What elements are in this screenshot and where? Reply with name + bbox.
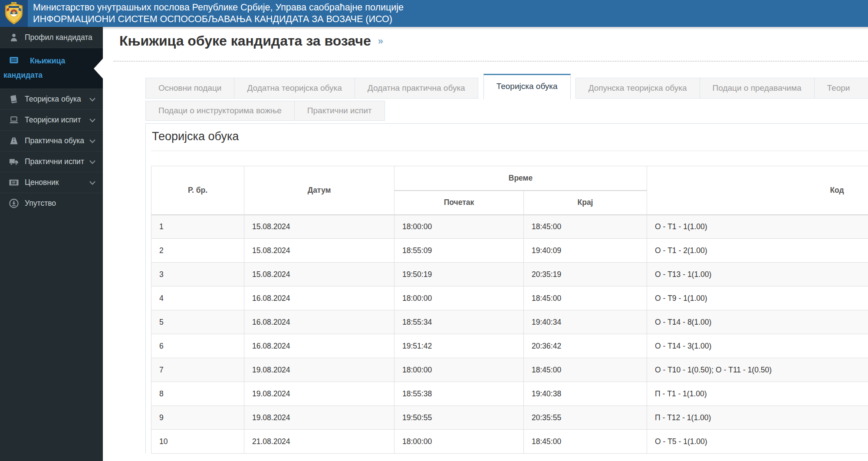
download-icon xyxy=(9,198,19,208)
table-cell: 5 xyxy=(151,310,244,334)
table-body: 115.08.202418:00:0018:45:00О - Т1 - 1(1.… xyxy=(151,215,868,454)
sidebar-menu: Профил кандидата Књижица кандидата Теори… xyxy=(0,27,103,461)
table-cell: 6 xyxy=(151,334,244,358)
table-cell: 15.08.2024 xyxy=(244,239,395,263)
sidebar-item-uputstvo[interactable]: Упутство xyxy=(0,193,103,214)
police-badge-icon xyxy=(4,2,24,25)
title-divider xyxy=(114,61,868,62)
table-cell: 19:50:19 xyxy=(395,263,524,286)
table-cell: 18:55:09 xyxy=(395,239,524,263)
tab-teori-clipped[interactable]: Теори xyxy=(814,78,868,99)
tab-dodatna-teorijska-obuka[interactable]: Додатна теоријска обука xyxy=(234,78,355,99)
table-cell: 1 xyxy=(151,215,244,239)
ministry-logo xyxy=(0,0,28,27)
table-cell: 15.08.2024 xyxy=(244,215,395,239)
sidebar-item-cenovnik[interactable]: 1 Ценовник xyxy=(0,172,103,193)
sidebar-item-profil-kandidata[interactable]: Профил кандидата xyxy=(0,27,103,48)
tab-dopunska-teorijska-obuka[interactable]: Допунска теоријска обука xyxy=(575,78,700,99)
table-cell: О - Т14 - 8(1.00) xyxy=(647,310,868,334)
app-root: { "header": { "line1": "Министарство уну… xyxy=(0,0,868,461)
table-cell: 19:40:38 xyxy=(524,382,647,406)
table-cell: 10 xyxy=(151,430,244,454)
tab-podaci-o-instruktorima-voznje[interactable]: Подаци о инструкторима вожње xyxy=(145,101,295,121)
table-cell: О - Т5 - 1(1.00) xyxy=(647,430,868,454)
table-row: 819.08.202418:55:3819:40:38П - Т1 - 1(1.… xyxy=(151,382,868,406)
sidebar-item-label: Упутство xyxy=(25,199,56,208)
chevron-down-icon xyxy=(89,138,96,144)
list-icon xyxy=(9,55,19,65)
table-cell: 19:51:42 xyxy=(395,334,524,358)
chevron-down-icon xyxy=(89,97,96,102)
table-cell: О - Т10 - 1(0.50); О - Т11 - 1(0.50) xyxy=(647,358,868,382)
tab-prakticni-ispit[interactable]: Практични испит xyxy=(294,101,385,121)
header-title-line1: Министарство унутрашњих послова Републик… xyxy=(33,2,404,13)
table-cell: 8 xyxy=(151,382,244,406)
table-cell: 16.08.2024 xyxy=(244,310,395,334)
book-icon xyxy=(9,94,19,104)
tab-podaci-o-predavacima[interactable]: Подаци о предавачима xyxy=(700,78,815,99)
tab-teorijska-obuka[interactable]: Теоријска обука xyxy=(483,74,571,99)
table-row: 416.08.202418:00:0018:45:00О - Т9 - 1(1.… xyxy=(151,286,868,310)
column-header-rbr: Р. бр. xyxy=(151,166,244,215)
table-cell: 15.08.2024 xyxy=(244,263,395,286)
app-header: Министарство унутрашњих послова Републик… xyxy=(0,0,868,27)
table-cell: 18:45:00 xyxy=(524,430,647,454)
column-header-kod: Код xyxy=(647,166,868,215)
page-title: Књижица обуке кандидата за возаче» xyxy=(119,33,868,49)
tab-osnovni-podaci[interactable]: Основни подаци xyxy=(145,78,234,99)
chevron-down-icon xyxy=(89,118,96,123)
table-cell: 18:00:00 xyxy=(395,358,524,382)
sidebar-item-prakticni-ispit[interactable]: Практични испит xyxy=(0,151,103,172)
table-cell: 18:45:00 xyxy=(524,286,647,310)
header-titles: Министарство унутрашњих послова Републик… xyxy=(28,0,404,27)
table-cell: 18:55:34 xyxy=(395,310,524,334)
table-cell: О - Т13 - 1(1.00) xyxy=(647,263,868,286)
table-cell: П - Т1 - 1(1.00) xyxy=(647,382,868,406)
sidebar-item-label: Ценовник xyxy=(25,178,59,187)
table-cell: П - Т12 - 1(1.00) xyxy=(647,406,868,430)
table-row: 215.08.202418:55:0919:40:09О - Т1 - 2(1.… xyxy=(151,239,868,263)
sidebar-item-teorijski-ispit[interactable]: Теоријски испит xyxy=(0,109,103,130)
panel-heading: Теоријска обука xyxy=(151,130,868,151)
sidebar-item-knjizica-kandidata[interactable]: Књижица кандидата xyxy=(0,48,103,89)
table-row: 1021.08.202418:00:0018:45:00О - Т5 - 1(1… xyxy=(151,430,868,454)
table-cell: 3 xyxy=(151,263,244,286)
tab-dodatna-prakticna-obuka[interactable]: Додатна практична обука xyxy=(355,78,478,99)
table-cell: О - Т9 - 1(1.00) xyxy=(647,286,868,310)
sidebar-item-label: Практична обука xyxy=(25,136,84,145)
sidebar-item-label: Практични испит xyxy=(25,157,84,166)
table-cell: 19:50:55 xyxy=(395,406,524,430)
table-cell: 19:40:09 xyxy=(524,239,647,263)
tab-panel: Теоријска обука Р. бр. Датум Време Код xyxy=(145,123,868,454)
table-cell: О - Т1 - 1(1.00) xyxy=(647,215,868,239)
banknote-icon: 1 xyxy=(9,178,19,188)
table-cell: 20:35:55 xyxy=(524,406,647,430)
table-cell: О - Т14 - 3(1.00) xyxy=(647,334,868,358)
main-content: Књижица обуке кандидата за возаче» Основ… xyxy=(103,27,868,461)
tabs-row2: Подаци о инструкторима вожњеПрактични ис… xyxy=(145,101,868,121)
tab-widget: Основни подациДодатна теоријска обукаДод… xyxy=(145,73,868,454)
table-cell: 19.08.2024 xyxy=(244,406,395,430)
table-row: 616.08.202419:51:4220:36:42О - Т14 - 3(1… xyxy=(151,334,868,358)
table-cell: 7 xyxy=(151,358,244,382)
column-header-pocetak: Почетак xyxy=(395,191,524,215)
table-cell: 18:45:00 xyxy=(524,215,647,239)
svg-text:1: 1 xyxy=(13,180,15,184)
table-cell: 16.08.2024 xyxy=(244,334,395,358)
chevron-down-icon xyxy=(89,180,96,185)
truck-icon xyxy=(9,157,19,167)
table-header: Р. бр. Датум Време Код Почетак Крај xyxy=(151,166,868,215)
sidebar-item-teorijska-obuka[interactable]: Теоријска обука xyxy=(0,89,103,109)
table-row: 516.08.202418:55:3419:40:34О - Т14 - 8(1… xyxy=(151,310,868,334)
table-cell: 20:35:19 xyxy=(524,263,647,286)
table-cell: 16.08.2024 xyxy=(244,286,395,310)
sidebar-item-prakticna-obuka[interactable]: Практична обука xyxy=(0,130,103,151)
table-row: 919.08.202419:50:5520:35:55П - Т12 - 1(1… xyxy=(151,406,868,430)
column-header-datum: Датум xyxy=(244,166,395,215)
table-cell: 2 xyxy=(151,239,244,263)
title-breadcrumb-chevrons: » xyxy=(378,36,383,46)
chevron-down-icon xyxy=(89,159,96,165)
table-cell: 19.08.2024 xyxy=(244,382,395,406)
table-cell: 18:00:00 xyxy=(395,430,524,454)
table-cell: 18:00:00 xyxy=(395,286,524,310)
